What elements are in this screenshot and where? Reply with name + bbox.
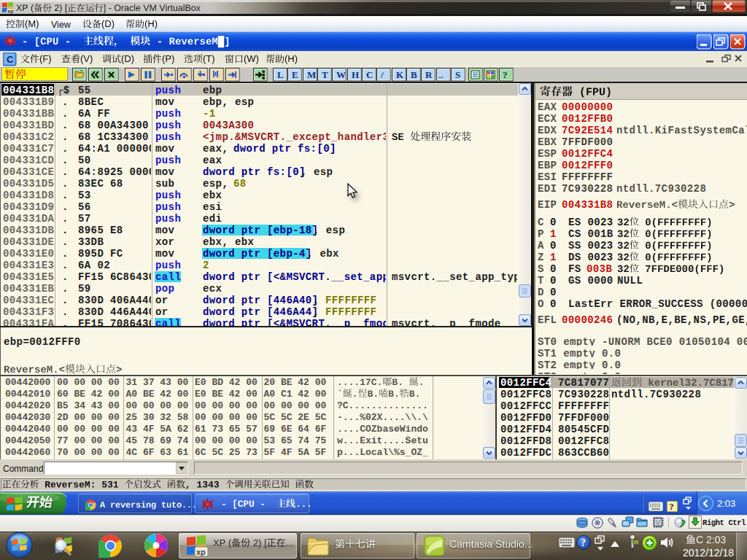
svg-text:?: ? (670, 502, 674, 512)
svg-text:M: M (307, 69, 316, 80)
svg-text:?: ? (503, 69, 508, 80)
svg-text:T: T (322, 69, 328, 80)
svg-text:S: S (455, 69, 460, 80)
svg-text:K: K (396, 69, 404, 80)
svg-text:W: W (336, 69, 346, 80)
svg-text:C: C (366, 69, 373, 80)
svg-text:xp: xp (7, 9, 13, 14)
svg-text:H: H (352, 69, 359, 80)
svg-text:/: / (380, 69, 384, 80)
svg-text:xp: xp (196, 548, 206, 556)
svg-text:L: L (277, 69, 284, 80)
svg-text:V: V (656, 519, 660, 526)
svg-text:C: C (7, 54, 14, 65)
svg-text:E: E (292, 69, 298, 80)
svg-text:R: R (425, 69, 433, 80)
svg-text:B: B (411, 69, 417, 80)
svg-text:...: ... (438, 72, 444, 79)
svg-text:?: ? (581, 537, 586, 548)
